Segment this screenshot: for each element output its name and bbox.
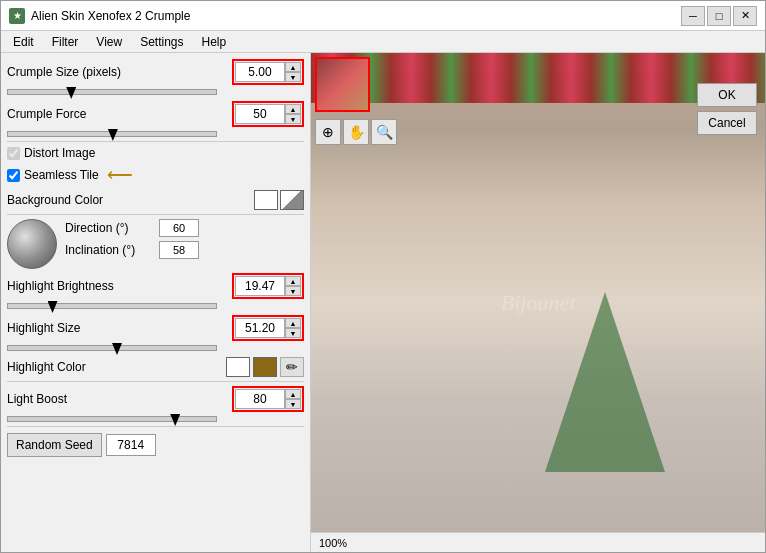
hand-tool-button[interactable]: ✋ bbox=[343, 119, 369, 145]
crumple-force-up[interactable]: ▲ bbox=[285, 104, 301, 114]
preview-thumbnails bbox=[315, 57, 370, 112]
seamless-tile-row: Seamless Tile ⟵ bbox=[7, 164, 304, 186]
maximize-button[interactable]: □ bbox=[707, 6, 731, 26]
menu-view[interactable]: View bbox=[88, 33, 130, 51]
highlight-color-white[interactable] bbox=[226, 357, 250, 377]
highlight-brightness-slider[interactable] bbox=[7, 303, 217, 309]
crumple-size-input[interactable] bbox=[235, 62, 285, 82]
zoom-tool-button[interactable]: 🔍 bbox=[371, 119, 397, 145]
highlight-brightness-thumb[interactable] bbox=[48, 301, 58, 313]
highlight-size-down[interactable]: ▼ bbox=[285, 328, 301, 338]
background-color-primary[interactable] bbox=[254, 190, 278, 210]
light-boost-slider[interactable] bbox=[7, 416, 217, 422]
crumple-size-spin: ▲ ▼ bbox=[232, 59, 304, 85]
distort-image-row: Distort Image bbox=[7, 146, 304, 160]
crumple-force-input[interactable] bbox=[235, 104, 285, 124]
ok-cancel-panel: OK Cancel bbox=[697, 83, 757, 135]
cancel-button[interactable]: Cancel bbox=[697, 111, 757, 135]
seed-input[interactable] bbox=[106, 434, 156, 456]
close-button[interactable]: ✕ bbox=[733, 6, 757, 26]
inclination-input[interactable] bbox=[159, 241, 199, 259]
minimize-button[interactable]: ─ bbox=[681, 6, 705, 26]
highlight-size-spinners: ▲ ▼ bbox=[285, 318, 301, 338]
seamless-tile-arrow: ⟵ bbox=[107, 164, 133, 186]
seamless-tile-checkbox[interactable] bbox=[7, 169, 20, 182]
highlight-brightness-row: Highlight Brightness ▲ ▼ bbox=[7, 273, 304, 299]
crumple-force-label: Crumple Force bbox=[7, 107, 228, 121]
zoom-bar: 100% bbox=[311, 532, 765, 552]
distort-image-label: Distort Image bbox=[24, 146, 95, 160]
highlight-size-row: Highlight Size ▲ ▼ bbox=[7, 315, 304, 341]
highlight-size-label: Highlight Size bbox=[7, 321, 228, 335]
ok-button[interactable]: OK bbox=[697, 83, 757, 107]
direction-inputs: Direction (°) Inclination (°) bbox=[65, 219, 199, 259]
crumple-force-spin: ▲ ▼ bbox=[232, 101, 304, 127]
menu-settings[interactable]: Settings bbox=[132, 33, 191, 51]
highlight-brightness-down[interactable]: ▼ bbox=[285, 286, 301, 296]
light-boost-row: Light Boost ▲ ▼ bbox=[7, 386, 304, 412]
light-boost-spinners: ▲ ▼ bbox=[285, 389, 301, 409]
light-boost-input[interactable] bbox=[235, 389, 285, 409]
crumple-size-thumb[interactable] bbox=[66, 87, 76, 99]
inclination-label: Inclination (°) bbox=[65, 243, 155, 257]
light-boost-thumb[interactable] bbox=[170, 414, 180, 426]
left-panel: Crumple Size (pixels) ▲ ▼ Crumple Force bbox=[1, 53, 311, 552]
highlight-color-brown[interactable] bbox=[253, 357, 277, 377]
crumple-force-thumb[interactable] bbox=[108, 129, 118, 141]
highlight-brightness-input[interactable] bbox=[235, 276, 285, 296]
crumple-force-down[interactable]: ▼ bbox=[285, 114, 301, 124]
highlight-brightness-spin: ▲ ▼ bbox=[232, 273, 304, 299]
crumple-size-slider[interactable] bbox=[7, 89, 217, 95]
direction-section: Direction (°) Inclination (°) bbox=[7, 219, 304, 269]
background-color-label: Background Color bbox=[7, 193, 250, 207]
background-color-row: Background Color bbox=[7, 190, 304, 210]
highlight-color-boxes: ✏ bbox=[226, 357, 304, 377]
move-tool-button[interactable]: ⊕ bbox=[315, 119, 341, 145]
crumple-size-row: Crumple Size (pixels) ▲ ▼ bbox=[7, 59, 304, 85]
crumple-force-row: Crumple Force ▲ ▼ bbox=[7, 101, 304, 127]
highlight-color-picker-button[interactable]: ✏ bbox=[280, 357, 304, 377]
tool-buttons: ⊕ ✋ 🔍 bbox=[315, 119, 397, 145]
window-title: Alien Skin Xenofex 2 Crumple bbox=[31, 9, 190, 23]
crumple-force-spinners: ▲ ▼ bbox=[285, 104, 301, 124]
direction-input[interactable] bbox=[159, 219, 199, 237]
inclination-row: Inclination (°) bbox=[65, 241, 199, 259]
direction-label: Direction (°) bbox=[65, 221, 155, 235]
thumbnail-original[interactable] bbox=[315, 57, 370, 112]
highlight-color-label: Highlight Color bbox=[7, 360, 222, 374]
highlight-size-input[interactable] bbox=[235, 318, 285, 338]
highlight-brightness-label: Highlight Brightness bbox=[7, 279, 228, 293]
app-icon: ★ bbox=[9, 8, 25, 24]
highlight-brightness-spinners: ▲ ▼ bbox=[285, 276, 301, 296]
menu-filter[interactable]: Filter bbox=[44, 33, 87, 51]
direction-sphere bbox=[7, 219, 57, 269]
distort-image-checkbox[interactable] bbox=[7, 147, 20, 160]
crumple-force-slider[interactable] bbox=[7, 131, 217, 137]
crumple-size-label: Crumple Size (pixels) bbox=[7, 65, 228, 79]
crumple-size-spinners: ▲ ▼ bbox=[285, 62, 301, 82]
crumple-size-up[interactable]: ▲ bbox=[285, 62, 301, 72]
crumple-size-down[interactable]: ▼ bbox=[285, 72, 301, 82]
light-boost-spin: ▲ ▼ bbox=[232, 386, 304, 412]
menu-help[interactable]: Help bbox=[194, 33, 235, 51]
tree-shape bbox=[545, 292, 665, 472]
title-bar: ★ Alien Skin Xenofex 2 Crumple ─ □ ✕ bbox=[1, 1, 765, 31]
direction-row: Direction (°) bbox=[65, 219, 199, 237]
background-color-secondary[interactable] bbox=[280, 190, 304, 210]
zoom-level: 100% bbox=[319, 537, 347, 549]
main-content: Crumple Size (pixels) ▲ ▼ Crumple Force bbox=[1, 53, 765, 552]
light-boost-up[interactable]: ▲ bbox=[285, 389, 301, 399]
title-bar-left: ★ Alien Skin Xenofex 2 Crumple bbox=[9, 8, 190, 24]
highlight-color-row: Highlight Color ✏ bbox=[7, 357, 304, 377]
highlight-size-thumb[interactable] bbox=[112, 343, 122, 355]
light-boost-down[interactable]: ▼ bbox=[285, 399, 301, 409]
menu-edit[interactable]: Edit bbox=[5, 33, 42, 51]
highlight-size-up[interactable]: ▲ bbox=[285, 318, 301, 328]
random-seed-button[interactable]: Random Seed bbox=[7, 433, 102, 457]
highlight-size-slider[interactable] bbox=[7, 345, 217, 351]
highlight-brightness-up[interactable]: ▲ bbox=[285, 276, 301, 286]
light-boost-label: Light Boost bbox=[7, 392, 228, 406]
seamless-tile-label: Seamless Tile bbox=[24, 168, 99, 182]
title-buttons: ─ □ ✕ bbox=[681, 6, 757, 26]
random-seed-row: Random Seed bbox=[7, 433, 304, 457]
